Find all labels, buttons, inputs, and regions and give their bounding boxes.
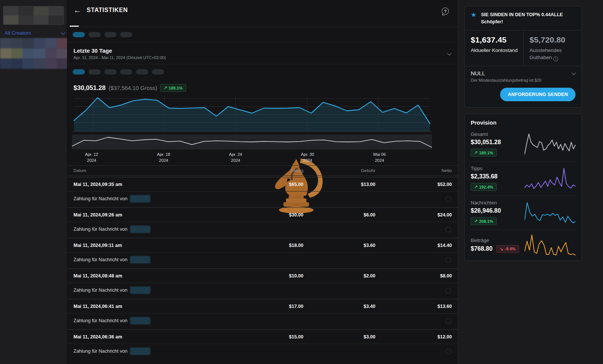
category-chip[interactable] bbox=[120, 69, 132, 75]
col-datum: Datum bbox=[73, 168, 230, 173]
category-chip[interactable] bbox=[152, 69, 164, 75]
cell-netto: $24.00 bbox=[375, 212, 452, 218]
change-badge: ↗ 192.4% bbox=[471, 183, 497, 191]
current-balance-label: Aktueller Kontostand bbox=[471, 47, 518, 54]
col-gebuehr: Gebühr bbox=[303, 168, 375, 173]
change-badge: ↗ 208.1% bbox=[471, 217, 497, 225]
provision-item-label: Beiträge bbox=[471, 238, 525, 243]
cell-betrag: $18.00 bbox=[230, 243, 303, 248]
period-title: Letzte 30 Tage bbox=[73, 47, 166, 54]
change-badge: ↗ 189.1% bbox=[471, 149, 497, 157]
loading-spinner-icon bbox=[445, 318, 451, 324]
statistics-panel: ← STATISTIKEN ? Letzte 30 Tage Apr. 11, … bbox=[67, 0, 458, 364]
cell-netto: $12.00 bbox=[375, 334, 452, 340]
payout-method-dropdown[interactable]: NULL bbox=[465, 66, 582, 77]
activity-line-chart bbox=[72, 134, 432, 149]
payout-card: ★ SIE SINDEN IN DEN TOP% 0.44ALLE Schöpf… bbox=[464, 6, 582, 108]
provision-title: Provision bbox=[471, 114, 575, 127]
row-detail: Zahlung für Nachricht von bbox=[67, 222, 458, 237]
change-badge: ↗ 189.1% bbox=[160, 84, 186, 92]
category-chip[interactable] bbox=[104, 69, 116, 75]
net-total: $30,051.28 bbox=[73, 84, 106, 92]
star-icon: ★ bbox=[471, 11, 476, 19]
loading-spinner-icon bbox=[445, 349, 451, 354]
filter-chip[interactable] bbox=[89, 32, 101, 37]
row-detail: Zahlung für Nachricht von bbox=[67, 344, 458, 359]
redacted-thumbnail[interactable] bbox=[0, 38, 68, 69]
provision-item-value: $26,946.80 bbox=[471, 207, 523, 214]
tab[interactable] bbox=[125, 19, 126, 27]
back-button[interactable]: ← bbox=[73, 6, 81, 14]
summary-row: $30,051.28 ($37,564.10 Gross) ↗ 189.1% bbox=[67, 79, 458, 96]
pending-balance: $5,720.80 Ausstehendes Guthabeni bbox=[523, 30, 582, 66]
cell-datum: Mai 11, 2024,06:36 am bbox=[73, 334, 230, 340]
change-badge: ↘ -9.4% bbox=[496, 245, 519, 253]
cell-betrag: $10.00 bbox=[230, 273, 303, 279]
payment-note: Zahlung für Nachricht von bbox=[73, 257, 127, 262]
col-netto: Netto bbox=[375, 168, 452, 173]
col-betrag: Betrag bbox=[230, 168, 303, 173]
category-chip[interactable] bbox=[73, 69, 85, 75]
all-creators-label: All Creators bbox=[5, 30, 31, 36]
payment-note: Zahlung für Nachricht von bbox=[73, 196, 127, 201]
provision-item: Gesamt $30,051.28 ↗ 189.1% bbox=[471, 127, 575, 161]
sparkline-chart bbox=[525, 133, 575, 155]
provision-item: Tipps $2,335.68 ↗ 192.4% bbox=[471, 161, 575, 195]
period-selector[interactable]: Letzte 30 Tage Apr. 11, 2024 - Mai 11, 2… bbox=[67, 43, 458, 64]
pending-balance-value: $5,720.80 bbox=[530, 35, 576, 44]
revenue-chart-block bbox=[72, 96, 432, 132]
payment-note: Zahlung für Nachricht von bbox=[73, 227, 127, 232]
all-creators-dropdown[interactable]: All Creators bbox=[5, 30, 64, 36]
tab[interactable] bbox=[86, 19, 88, 27]
redacted-account-box[interactable] bbox=[3, 6, 64, 25]
sparkline-chart bbox=[525, 234, 575, 256]
trend-icon: ↗ bbox=[474, 184, 478, 189]
tab[interactable] bbox=[99, 19, 101, 27]
balances-section: $1,637.45 Aktueller Kontostand $5,720.80… bbox=[465, 30, 582, 67]
activity-chart-block bbox=[72, 134, 432, 149]
revenue-line-chart bbox=[72, 96, 432, 132]
table-row[interactable]: Mai 11, 2024,06:41 am $17.00 $3.40 $13.6… bbox=[67, 299, 458, 328]
chart-x-axis: Apr. 12 2024 Apr. 18 2024 Apr. 24 2024 A… bbox=[72, 151, 432, 164]
send-request-button[interactable]: ANFORDERUNG SENDEN bbox=[500, 88, 575, 101]
help-icon[interactable]: ? bbox=[442, 8, 449, 15]
row-detail: Zahlung für Nachricht von bbox=[67, 191, 458, 206]
cell-datum: Mai 11, 2024,08:48 am bbox=[73, 273, 230, 279]
cell-gebuehr: $6.00 bbox=[303, 212, 375, 218]
tab[interactable] bbox=[73, 19, 75, 27]
provision-item-label: Tipps bbox=[471, 166, 523, 171]
table-row[interactable]: Mai 11, 2024,09:11 am $18.00 $3.60 $14.4… bbox=[67, 238, 458, 267]
provision-item: Nachrichten $26,946.80 ↗ 208.1% bbox=[471, 195, 575, 230]
filter-chip[interactable] bbox=[73, 32, 85, 37]
filter-chip[interactable] bbox=[120, 32, 132, 37]
cell-gebuehr: $3.40 bbox=[303, 304, 375, 309]
table-row[interactable]: Mai 11, 2024,09:35 am $65.00 $13.00 $52.… bbox=[67, 177, 458, 206]
cell-datum: Mai 11, 2024,09:26 am bbox=[73, 212, 230, 218]
activity-y-axis bbox=[435, 140, 458, 155]
loading-spinner-icon bbox=[445, 288, 451, 293]
current-balance-value: $1,637.45 bbox=[471, 35, 518, 44]
category-chip[interactable] bbox=[89, 69, 101, 75]
table-row[interactable]: Mai 11, 2024,08:48 am $10.00 $2.00 $8.00… bbox=[67, 268, 458, 298]
redacted-username bbox=[130, 195, 150, 203]
cell-netto: $14.40 bbox=[375, 243, 452, 248]
current-balance: $1,637.45 Aktueller Kontostand bbox=[465, 30, 523, 66]
cell-gebuehr: $3.60 bbox=[303, 243, 375, 248]
loading-spinner-icon bbox=[445, 196, 451, 202]
cell-datum: Mai 11, 2024,06:41 am bbox=[73, 304, 230, 309]
trend-icon: ↘ bbox=[500, 247, 503, 251]
right-sidebar: ★ SIE SINDEN IN DEN TOP% 0.44ALLE Schöpf… bbox=[464, 6, 582, 261]
table-row[interactable]: Mai 11, 2024,09:26 am $30.00 $6.00 $24.0… bbox=[67, 207, 458, 237]
info-icon[interactable]: i bbox=[553, 56, 558, 61]
provision-item-label: Gesamt bbox=[471, 131, 523, 137]
redacted-pixelation bbox=[3, 6, 64, 24]
tab[interactable] bbox=[112, 19, 113, 27]
table-row[interactable]: Mai 11, 2024,06:36 am $15.00 $3.00 $12.0… bbox=[67, 329, 458, 359]
cell-netto: $13.60 bbox=[375, 304, 452, 309]
filter-chip[interactable] bbox=[104, 32, 116, 37]
provision-item-value: $768.80 bbox=[471, 245, 493, 252]
category-chip[interactable] bbox=[136, 69, 148, 75]
chevron-down-icon bbox=[447, 51, 451, 55]
x-axis-tick: Mai 06 2024 bbox=[373, 152, 386, 164]
provision-item-value: $2,335.68 bbox=[471, 173, 523, 180]
